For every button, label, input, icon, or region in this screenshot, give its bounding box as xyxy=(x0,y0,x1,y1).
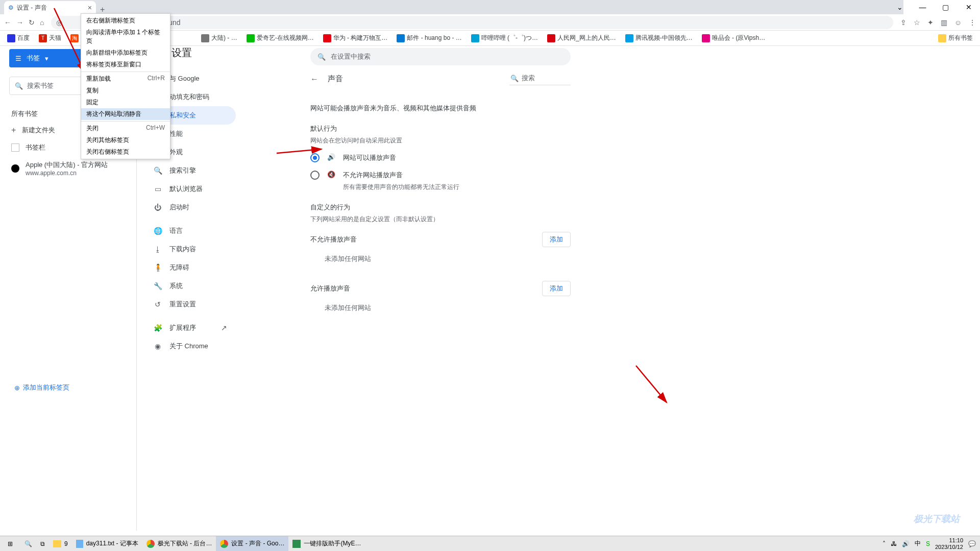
ctx-add-to-group[interactable]: 向新群组中添加标签页 xyxy=(81,47,170,59)
ctx-unmute-site[interactable]: 将这个网站取消静音 xyxy=(81,108,170,120)
extensions-icon[interactable]: ✦ xyxy=(927,18,934,27)
browser-tab-strip: ⚙ 设置 - 声音 × + xyxy=(0,0,903,14)
tray-clock[interactable]: 11:10 2023/10/12 xyxy=(935,537,963,549)
bookmark-title: Apple (中国大陆) - 官方网站 xyxy=(26,160,108,170)
notifications-icon[interactable]: 💬 xyxy=(968,540,976,547)
chrome-icon: ◉ xyxy=(153,342,162,350)
radio-block-sound[interactable]: 🔇 不允许网站播放声音 所有需要使用声音的功能都将无法正常运行 xyxy=(310,171,571,191)
bookmark-item[interactable]: 哔哩哔哩 (゜-゜)つ… xyxy=(468,34,541,42)
share-icon[interactable]: ⇪ xyxy=(900,18,906,27)
nav-about[interactable]: ◉关于 Chrome xyxy=(141,337,236,355)
nav-reload-icon[interactable]: ↻ xyxy=(29,18,35,27)
add-block-site-button[interactable]: 添加 xyxy=(542,232,571,247)
window-dropdown-icon[interactable]: ⌄ xyxy=(888,0,911,14)
radio-icon[interactable] xyxy=(310,153,320,162)
nav-on-startup[interactable]: ⏻启动时 xyxy=(141,198,236,217)
nav-back-icon[interactable]: ← xyxy=(4,18,11,27)
gear-icon: ⚙ xyxy=(8,4,14,11)
bookmark-list-item[interactable]: Apple (中国大陆) - 官方网站 www.apple.com.cn xyxy=(9,156,136,181)
bookmark-star-icon[interactable]: ☆ xyxy=(914,18,920,27)
default-behavior-hint: 网站会在您访问时自动采用此设置 xyxy=(310,136,571,145)
sound-description: 网站可能会播放声音来为音乐、视频和其他媒体提供音频 xyxy=(310,104,571,113)
tray-chevron-icon[interactable]: ˄ xyxy=(883,540,886,547)
tray-volume-icon[interactable]: 🔊 xyxy=(902,540,910,547)
bookmark-item[interactable]: 唯品会 - (原Vipsh… xyxy=(699,34,768,42)
bookmark-item[interactable]: 爱奇艺-在线视频网… xyxy=(243,34,317,42)
window-close-icon[interactable]: ✕ xyxy=(957,0,980,14)
nav-system[interactable]: 🔧系统 xyxy=(141,277,236,295)
ctx-close[interactable]: 关闭Ctrl+W xyxy=(81,123,170,134)
radio-allow-sound[interactable]: 🔊 网站可以播放声音 xyxy=(310,153,571,162)
browser-tab-active[interactable]: ⚙ 设置 - 声音 × xyxy=(4,1,96,14)
bookmark-item[interactable]: 百度 xyxy=(4,34,33,42)
ctx-close-right[interactable]: 关闭右侧标签页 xyxy=(81,146,170,158)
wrench-icon: 🔧 xyxy=(153,282,162,290)
taskview-icon: ⧉ xyxy=(40,540,45,547)
ctx-duplicate[interactable]: 复制 xyxy=(81,85,170,97)
all-bookmarks-button[interactable]: 所有书签 xyxy=(935,34,976,42)
taskbar-app[interactable]: day311.txt - 记事本 xyxy=(72,536,142,552)
add-current-tab-button[interactable]: ⊕ 添加当前标签页 xyxy=(14,383,69,392)
nav-forward-icon[interactable]: → xyxy=(16,18,23,27)
power-icon: ⏻ xyxy=(153,203,162,211)
site-info-icon[interactable]: ◎ xyxy=(56,18,62,27)
sidepanel-icon[interactable]: ▥ xyxy=(941,18,947,27)
taskbar-app[interactable]: 极光下载站 - 后台… xyxy=(142,536,216,552)
tray-app-icon[interactable]: S xyxy=(926,540,930,547)
content-search[interactable]: 🔍 搜索 xyxy=(509,73,571,85)
bookmark-item[interactable]: T天猫 xyxy=(36,34,64,42)
nav-default-browser[interactable]: ▭默认浏览器 xyxy=(141,180,236,198)
bookmark-item[interactable]: 邮件 - huang bo - … xyxy=(394,34,464,42)
nav-languages[interactable]: 🌐语言 xyxy=(141,222,236,240)
annotation-arrow xyxy=(633,363,674,409)
profile-icon[interactable]: ☺ xyxy=(954,18,962,27)
nav-search-engine[interactable]: 🔍搜索引擎 xyxy=(141,161,236,180)
search-icon: 🔍 xyxy=(153,166,162,175)
chrome-icon xyxy=(146,540,155,548)
globe-icon: 🌐 xyxy=(153,227,162,235)
ctx-reload[interactable]: 重新加载Ctrl+R xyxy=(81,73,170,85)
ctx-new-tab-right[interactable]: 在右侧新增标签页 xyxy=(81,15,170,27)
page-title: 声音 xyxy=(328,74,343,84)
window-minimize-icon[interactable]: — xyxy=(911,0,934,14)
nav-downloads[interactable]: ⭳下载内容 xyxy=(141,240,236,258)
start-button[interactable]: ⊞ xyxy=(0,540,20,547)
nav-accessibility[interactable]: 🧍无障碍 xyxy=(141,258,236,277)
add-allow-site-button[interactable]: 添加 xyxy=(542,281,571,296)
taskbar-app-active[interactable]: 设置 - 声音 - Goo… xyxy=(216,536,288,552)
chevron-down-icon[interactable]: ▾ xyxy=(45,55,48,62)
nav-home-icon[interactable]: ⌂ xyxy=(40,18,44,27)
window-maximize-icon[interactable]: ▢ xyxy=(934,0,957,14)
omnibox[interactable]: ◎ ound xyxy=(51,16,893,29)
custom-behavior-header: 自定义的行为 xyxy=(310,203,571,212)
reset-icon: ↺ xyxy=(153,300,162,308)
system-tray: ˄ 🖧 🔊 中 S 11:10 2023/10/12 💬 xyxy=(883,537,980,549)
radio-icon[interactable] xyxy=(310,171,320,180)
ctx-close-others[interactable]: 关闭其他标签页 xyxy=(81,134,170,146)
nav-reset[interactable]: ↺重置设置 xyxy=(141,295,236,314)
menu-icon[interactable]: ⋮ xyxy=(969,18,976,27)
watermark: 极光下载站 xyxy=(914,513,975,533)
taskbar-app[interactable]: 一键排版助手(MyE… xyxy=(288,536,365,552)
back-icon[interactable]: ← xyxy=(310,75,318,84)
nav-extensions[interactable]: 🧩扩展程序↗ xyxy=(141,319,236,337)
bookmark-item[interactable]: 华为 - 构建万物互… xyxy=(320,34,391,42)
app-icon xyxy=(292,540,301,548)
tray-ime[interactable]: 中 xyxy=(915,539,921,548)
taskbar-search[interactable]: 🔍 xyxy=(20,536,36,552)
close-tab-icon[interactable]: × xyxy=(88,4,92,12)
ctx-pin[interactable]: 固定 xyxy=(81,97,170,108)
bookmark-item[interactable]: 腾讯视频-中国领先… xyxy=(622,34,696,42)
task-view-button[interactable]: ⧉ xyxy=(36,536,49,552)
tray-network-icon[interactable]: 🖧 xyxy=(891,540,897,547)
bookmark-item[interactable]: 大陆) - … xyxy=(198,34,240,42)
folder-icon xyxy=(53,540,61,547)
ctx-move-to-window[interactable]: 将标签页移至新窗口 xyxy=(81,59,170,70)
taskbar-explorer[interactable]: 9 xyxy=(49,536,72,552)
settings-search[interactable]: 🔍 在设置中搜索 xyxy=(310,48,571,65)
menu-icon[interactable]: ☰ xyxy=(15,55,21,62)
block-list-header: 不允许播放声音 xyxy=(310,235,357,244)
ctx-add-reading-list[interactable]: 向阅读清单中添加 1 个标签页 xyxy=(81,27,170,47)
folder-icon xyxy=(11,143,19,152)
bookmark-item[interactable]: 人民网_网上的人民… xyxy=(544,34,619,42)
